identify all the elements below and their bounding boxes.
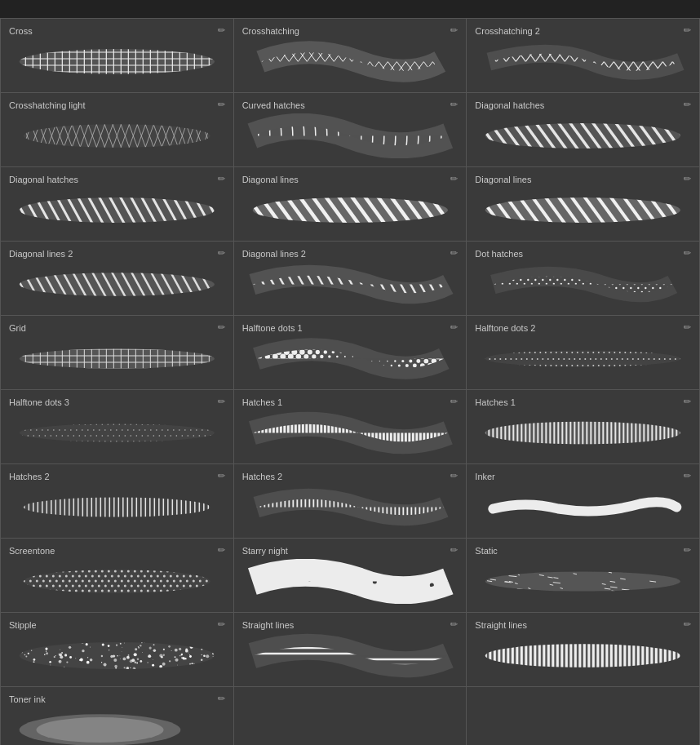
swatch-cell-16[interactable]: Hatches 1✎ [234,390,467,464]
svg-point-2435 [126,667,129,669]
swatch-cell-5[interactable]: Diagonal hatches✎ [467,93,700,167]
swatch-cell-6[interactable]: Diagonal hatches✎ [1,167,234,242]
svg-point-2256 [100,639,103,641]
swatch-preview-23 [475,559,691,604]
brush-icon: ✎ [681,322,694,335]
swatch-cell-17[interactable]: Hatches 1✎ [467,390,700,464]
svg-point-1382 [159,423,161,425]
svg-line-2163 [595,562,600,563]
svg-point-1142 [604,352,605,353]
swatch-cell-20[interactable]: Inker✎ [467,464,700,539]
swatch-cell-9[interactable]: Diagonal lines 2✎ [1,242,234,316]
svg-point-1184 [617,358,618,360]
swatch-cell-0[interactable]: Cross✎ [1,19,234,93]
svg-point-2084 [219,600,221,602]
svg-point-2056 [36,600,38,602]
svg-line-2129 [495,603,498,604]
svg-point-1486 [104,441,106,442]
svg-point-847 [299,349,305,355]
swatch-cell-8[interactable]: Diagonal lines✎ [467,167,700,242]
brush-icon: ✎ [215,470,228,483]
swatch-cell-12[interactable]: Grid✎ [1,316,234,390]
svg-point-1985 [29,590,32,592]
swatch-cell-4[interactable]: Curved hatches✎ [234,93,467,167]
svg-point-1115 [675,345,676,347]
svg-point-2370 [93,633,95,635]
svg-point-983 [264,372,269,377]
swatch-cell-25[interactable]: Straight lines✎ [234,613,467,687]
svg-point-2004 [153,590,156,592]
svg-point-1076 [678,339,680,340]
svg-point-1899 [157,575,159,578]
svg-point-355 [645,263,646,264]
svg-point-2208 [51,641,53,643]
svg-point-656 [505,304,507,305]
swatch-cell-15[interactable]: Halftone dots 3✎ [1,390,234,464]
swatch-cell-14[interactable]: Halftone dots 2✎ [467,316,700,390]
svg-point-1075 [672,339,674,340]
swatch-cell-28[interactable] [234,687,467,745]
svg-point-759 [264,336,269,341]
svg-point-2293 [108,645,110,647]
svg-point-915 [394,360,396,361]
svg-point-480 [622,279,624,281]
svg-point-2322 [31,650,32,651]
swatch-cell-22[interactable]: Starry night✎ [234,539,467,613]
swatch-preview-21 [9,559,225,604]
svg-point-2185 [67,635,69,636]
svg-point-2316 [213,643,215,645]
swatch-cell-11[interactable]: Dot hatches✎ [467,242,700,316]
svg-point-2222 [64,643,64,644]
svg-point-653 [483,304,485,305]
svg-line-67 [242,39,260,84]
svg-point-1921 [69,580,71,583]
svg-point-1305 [153,412,155,414]
svg-point-1452 [125,435,126,437]
cell-label-1: Crosshatching [242,26,299,36]
svg-point-1022 [356,379,357,379]
swatch-cell-7[interactable]: Diagonal lines✎ [234,167,467,242]
svg-point-1953 [52,585,55,588]
svg-point-1161 [494,358,496,360]
svg-point-2318 [55,634,57,636]
svg-point-860 [401,351,404,353]
swatch-cell-24[interactable]: Stipple✎ [1,613,234,687]
svg-point-2345 [24,636,27,640]
svg-point-1104 [617,345,618,347]
svg-point-1393 [222,423,224,425]
swatch-cell-2[interactable]: Crosshatching 2✎ [467,19,700,93]
swatch-cell-3[interactable]: Crosshatching light✎ [1,93,234,167]
svg-line-2107 [549,600,554,601]
svg-point-633 [575,299,577,301]
swatch-cell-27[interactable]: Toner ink✎ [1,687,234,745]
svg-point-1358 [22,423,24,425]
swatch-cell-29[interactable] [467,687,700,745]
svg-point-1068 [636,339,637,340]
svg-point-1867 [173,570,175,573]
svg-point-2468 [46,652,48,654]
swatch-cell-21[interactable]: Screentone✎ [1,539,234,613]
svg-point-2061 [69,600,71,602]
svg-line-2104 [497,574,504,575]
swatch-cell-1[interactable]: Crosshatching✎ [234,19,467,93]
svg-point-2236 [197,637,199,639]
swatch-cell-26[interactable]: Straight lines✎ [467,613,700,687]
svg-point-2428 [205,644,207,646]
svg-point-2388 [115,667,117,669]
svg-point-1339 [133,418,135,419]
brush-icon: ✎ [215,322,228,335]
swatch-cell-18[interactable]: Hatches 2✎ [1,464,234,539]
svg-point-1861 [134,570,136,573]
swatch-cell-19[interactable]: Hatches 2✎ [234,464,467,539]
svg-point-1973 [183,585,185,588]
svg-point-1894 [124,575,126,578]
svg-point-1885 [65,575,68,578]
svg-point-1063 [609,339,610,340]
swatch-cell-10[interactable]: Diagonal lines 2✎ [234,242,467,316]
svg-point-2054 [23,600,25,602]
svg-point-1164 [511,358,512,360]
svg-point-2340 [16,636,19,638]
swatch-cell-13[interactable]: Halftone dots 1✎ [234,316,467,390]
svg-point-1955 [65,585,68,588]
swatch-cell-23[interactable]: Static✎ [467,539,700,613]
